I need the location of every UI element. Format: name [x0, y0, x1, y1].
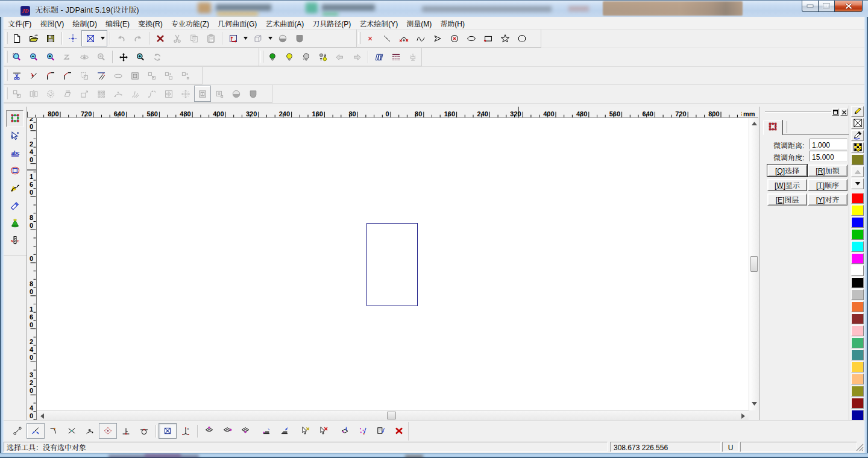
redraw-button[interactable] — [149, 49, 166, 65]
work-plane-xy-button[interactable] — [200, 423, 218, 439]
tool-select-button[interactable] — [6, 110, 24, 127]
stretch-box-button[interactable] — [160, 86, 177, 102]
view-eye-button[interactable] — [76, 49, 93, 65]
zoom-window-button[interactable] — [8, 49, 25, 65]
warp-button[interactable] — [127, 86, 143, 102]
menu-item-11[interactable]: 帮助(H) — [436, 17, 469, 29]
zoom-dynamic-button[interactable] — [132, 49, 149, 65]
snap-clear-button[interactable] — [390, 423, 408, 439]
zoom-previous-button[interactable] — [59, 49, 76, 65]
drop-points-button[interactable] — [354, 423, 372, 439]
fit-arc-button[interactable] — [110, 86, 127, 102]
project-arrow-button[interactable] — [275, 423, 294, 439]
pencil-button[interactable] — [851, 106, 864, 117]
panel-restore-button[interactable] — [832, 108, 839, 116]
scroll-down-icon[interactable] — [752, 402, 757, 406]
color-swatch-0[interactable] — [851, 193, 864, 204]
color-swatch-9[interactable] — [851, 301, 864, 312]
transform-axes-dropdown[interactable] — [242, 30, 250, 46]
copy-button[interactable] — [186, 30, 203, 46]
copy-arrange-2-button[interactable] — [160, 67, 177, 84]
nav-forward-button[interactable] — [348, 49, 365, 65]
draw-rectangle-button[interactable] — [480, 30, 497, 46]
draw-arc-button[interactable] — [395, 30, 412, 46]
color-swatch-1[interactable] — [851, 205, 864, 216]
color-swatch-17[interactable] — [851, 398, 864, 409]
snap-quadrant-button[interactable] — [81, 423, 99, 439]
snap-center-button[interactable] — [99, 423, 117, 439]
swap-colors-button[interactable] — [315, 49, 332, 65]
snap-tangent-button[interactable] — [135, 423, 153, 439]
data-table-button[interactable] — [388, 49, 404, 65]
undo-button[interactable] — [113, 30, 130, 46]
save-button[interactable] — [42, 30, 59, 46]
delete-button[interactable] — [152, 30, 169, 46]
close-button[interactable] — [835, 1, 863, 12]
snap-perpendicular-button[interactable] — [117, 423, 135, 439]
menu-item-8[interactable]: 刀具路径(P) — [308, 17, 355, 29]
pick-delete-button[interactable] — [315, 423, 333, 439]
nudge-distance-input[interactable] — [810, 139, 848, 149]
bulb-green-button[interactable] — [264, 49, 281, 65]
draw-regular-polygon-button[interactable] — [514, 30, 530, 46]
nested-rings-button[interactable] — [127, 67, 143, 84]
menu-item-9[interactable]: 艺术绘制(Y) — [355, 17, 402, 29]
work-plane-zx-button[interactable] — [236, 423, 254, 439]
view-cube-dropdown[interactable] — [266, 30, 274, 46]
color-swatch-6[interactable] — [851, 265, 864, 276]
color-swatch-8[interactable] — [851, 289, 864, 300]
tool-cutter-button[interactable]: NC — [6, 233, 24, 249]
menu-item-3[interactable]: 编辑(E) — [101, 17, 134, 29]
offset-button[interactable] — [76, 67, 93, 84]
scale-button[interactable] — [76, 86, 93, 102]
mirror-button[interactable] — [25, 86, 42, 102]
tool-curve-draw-button[interactable] — [6, 180, 24, 197]
maximize-button[interactable] — [819, 1, 835, 12]
copy-arrange-1-button[interactable] — [143, 67, 160, 84]
snap-coordinate-button[interactable]: x — [177, 423, 195, 439]
nested-rings-grey-button[interactable] — [194, 86, 211, 102]
cut-curve-button[interactable] — [8, 67, 25, 84]
paste-button[interactable] — [203, 30, 219, 46]
fillet-button[interactable] — [42, 67, 59, 84]
snap-endpoint-button[interactable] — [8, 423, 27, 439]
drop-to-plane-button[interactable] — [336, 423, 354, 439]
color-swatch-18[interactable] — [851, 410, 864, 421]
app-icon[interactable]: JD — [20, 6, 30, 16]
horizontal-scroll-thumb[interactable] — [387, 412, 396, 419]
menu-item-4[interactable]: 变换(R) — [134, 17, 167, 29]
flat-ellipse-button[interactable] — [110, 67, 127, 84]
tool-text-button[interactable]: abc — [6, 145, 24, 162]
tool-revolve-button[interactable] — [6, 215, 24, 232]
select-rect-button[interactable] — [82, 31, 99, 46]
menu-item-7[interactable]: 艺术曲面(A) — [261, 17, 308, 29]
open-folder-button[interactable] — [25, 30, 42, 46]
no-fill-button[interactable] — [851, 118, 864, 129]
stretch-cross-button[interactable] — [177, 86, 194, 102]
view-cube-button[interactable] — [250, 30, 266, 46]
menu-item-1[interactable]: 视图(V) — [36, 17, 68, 29]
tool-profile-button[interactable] — [6, 163, 24, 180]
vertical-scroll-thumb[interactable] — [750, 256, 758, 272]
pattern-editor-button[interactable] — [851, 142, 864, 153]
panel-button-q[interactable]: [Q]选择 — [767, 165, 807, 177]
zoom-out-button[interactable] — [25, 49, 42, 65]
project-plane-button[interactable] — [257, 423, 275, 439]
panel-button-e[interactable]: [E]图层 — [767, 193, 807, 205]
scroll-up-icon[interactable] — [752, 122, 757, 125]
array-button[interactable] — [93, 86, 110, 102]
panel-close-button[interactable] — [840, 108, 848, 116]
panel-button-r[interactable]: [R]加锁 — [808, 165, 848, 177]
menu-item-0[interactable]: 文件(F) — [4, 17, 36, 29]
color-swatch-14[interactable] — [851, 362, 864, 372]
bulb-yellow-button[interactable] — [281, 49, 298, 65]
snap-corner-button[interactable] — [45, 423, 63, 439]
chamfer-button[interactable] — [59, 67, 76, 84]
color-swatch-7[interactable] — [851, 277, 864, 288]
duplicate-button[interactable] — [8, 86, 25, 102]
menu-item-2[interactable]: 绘制(D) — [68, 17, 101, 29]
panel-button-y[interactable]: [Y]对齐 — [808, 193, 848, 205]
pick-point-button[interactable] — [297, 423, 315, 439]
color-swatch-15[interactable] — [851, 374, 864, 384]
select-rect-dropdown[interactable] — [99, 31, 107, 46]
